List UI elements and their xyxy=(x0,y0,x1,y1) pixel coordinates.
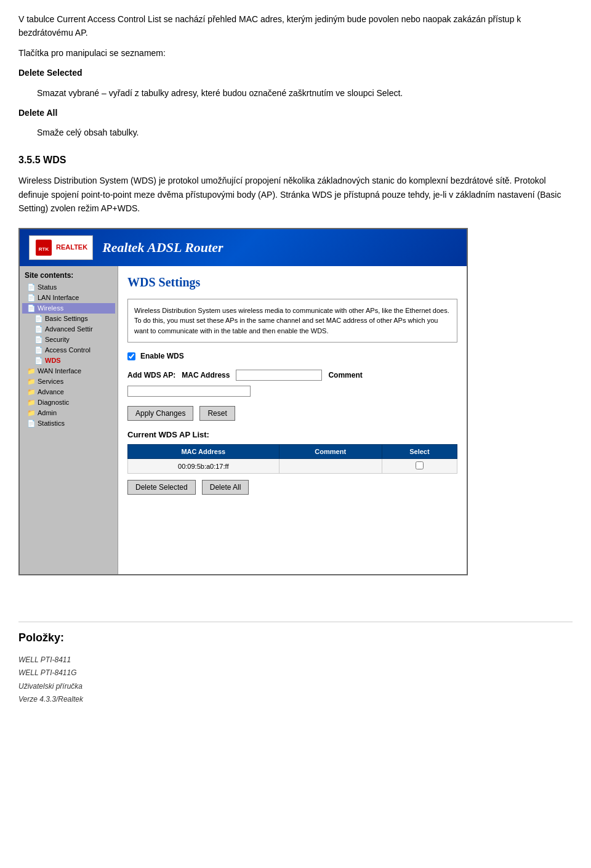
ap-row2 xyxy=(127,386,457,397)
table-header-comment: Comment xyxy=(279,445,382,459)
sidebar-item-basic[interactable]: 📄 Basic Settings xyxy=(22,314,115,324)
logo-text: REALTEK xyxy=(56,243,87,251)
comment-input[interactable] xyxy=(127,386,251,397)
description-box: Wireless Distribution System uses wirele… xyxy=(127,299,457,343)
delete-selected-label: Delete Selected xyxy=(18,66,573,79)
footer-link-2[interactable]: WELL PTI-8411G xyxy=(18,667,573,680)
sidebar-item-lan[interactable]: 📄 LAN Interface xyxy=(22,293,115,303)
row-select-checkbox[interactable] xyxy=(416,461,424,469)
footer-link-4[interactable]: Verze 4.3.3/Realtek xyxy=(18,693,573,707)
footer-links: WELL PTI-8411 WELL PTI-8411G Uživatelski… xyxy=(18,654,573,707)
enable-wds-row: Enable WDS xyxy=(127,352,457,360)
delete-all-button[interactable]: Delete All xyxy=(202,480,249,495)
admin-icon: 📁 xyxy=(27,409,36,417)
sidebar-item-access[interactable]: 📄 Access Control xyxy=(22,345,115,355)
table-cell-select[interactable] xyxy=(382,459,457,474)
sidebar-item-advanced[interactable]: 📄 Advanced Settir xyxy=(22,324,115,335)
diagnostic-icon: 📁 xyxy=(27,399,36,407)
sidebar-label-basic: Basic Settings xyxy=(45,315,88,322)
sidebar-label-wds: WDS xyxy=(45,357,61,364)
advanced-icon: 📄 xyxy=(34,325,43,333)
router-header: RTK REALTEK Realtek ADSL Router xyxy=(20,229,467,266)
add-ap-row: Add WDS AP: MAC Address Comment xyxy=(127,370,457,381)
sidebar-label-security: Security xyxy=(45,336,70,343)
wireless-icon: 📄 xyxy=(27,304,36,312)
sidebar-label-services: Services xyxy=(38,378,63,385)
sidebar-label-wan: WAN Interface xyxy=(38,367,81,375)
delete-all-desc: Smaže celý obsah tabulky. xyxy=(37,126,573,139)
sidebar-item-statistics[interactable]: 📄 Statistics xyxy=(22,418,115,429)
table-header-row: MAC Address Comment Select xyxy=(128,445,457,459)
sidebar-item-services[interactable]: 📁 Services xyxy=(22,376,115,387)
items-heading: Položky: xyxy=(18,631,573,644)
intro-para1: V tabulce Current Access Control List se… xyxy=(18,12,573,40)
sidebar-item-wireless[interactable]: 📄 Wireless xyxy=(22,303,115,314)
wan-icon: 📁 xyxy=(27,367,36,375)
intro-text: V tabulce Current Access Control List se… xyxy=(18,12,573,216)
sidebar-title: Site contents: xyxy=(22,271,115,280)
page-title: WDS Settings xyxy=(127,275,457,290)
table-header-select: Select xyxy=(382,445,457,459)
router-ui: RTK REALTEK Realtek ADSL Router Site con… xyxy=(18,228,468,575)
sidebar-item-wds[interactable]: 📄 WDS xyxy=(22,355,115,366)
sidebar-label-status: Status xyxy=(38,283,57,291)
below-content: Položky: WELL PTI-8411 WELL PTI-8411G Už… xyxy=(0,600,591,719)
wds-table: MAC Address Comment Select 00:09:5b:a0:1… xyxy=(127,444,457,474)
lan-icon: 📄 xyxy=(27,294,36,302)
footer-link-3[interactable]: Uživatelski příručka xyxy=(18,680,573,694)
sidebar-item-advance[interactable]: 📁 Advance xyxy=(22,387,115,397)
add-ap-label: Add WDS AP: xyxy=(127,371,175,379)
table-header-mac: MAC Address xyxy=(128,445,279,459)
advance-icon: 📁 xyxy=(27,388,36,396)
sidebar-label-advance: Advance xyxy=(38,388,64,395)
sidebar-label-advanced: Advanced Settir xyxy=(45,325,93,333)
svg-text:RTK: RTK xyxy=(39,246,49,252)
sidebar: Site contents: 📄 Status 📄 LAN Interface … xyxy=(20,266,118,574)
page-content: V tabulce Current Access Control List se… xyxy=(0,0,591,600)
enable-wds-label: Enable WDS xyxy=(140,352,184,360)
security-icon: 📄 xyxy=(34,336,43,344)
router-title: Realtek ADSL Router xyxy=(102,240,223,256)
apply-changes-button[interactable]: Apply Changes xyxy=(127,406,193,421)
reset-button[interactable]: Reset xyxy=(199,406,235,421)
sidebar-label-statistics: Statistics xyxy=(38,420,65,427)
main-content: WDS Settings Wireless Distribution Syste… xyxy=(118,266,467,574)
basic-icon: 📄 xyxy=(34,315,43,323)
delete-all-label: Delete All xyxy=(18,106,573,120)
sidebar-item-wan[interactable]: 📁 WAN Interface xyxy=(22,366,115,376)
router-logo: RTK REALTEK xyxy=(29,235,93,260)
sidebar-label-diagnostic: Diagnostic xyxy=(38,399,69,406)
delete-buttons: Delete Selected Delete All xyxy=(127,480,457,495)
sidebar-label-admin: Admin xyxy=(38,409,57,416)
intro-para2: Tlačítka pro manipulaci se seznamem: xyxy=(18,46,573,60)
wds-para1: Wireless Distribution System (WDS) je pr… xyxy=(18,174,573,215)
add-ap-section: Add WDS AP: MAC Address Comment xyxy=(127,370,457,397)
sidebar-label-lan: LAN Interface xyxy=(38,294,79,301)
sidebar-item-diagnostic[interactable]: 📁 Diagnostic xyxy=(22,397,115,408)
table-cell-comment xyxy=(279,459,382,474)
table-cell-mac: 00:09:5b:a0:17:ff xyxy=(128,459,279,474)
current-list-title: Current WDS AP List: xyxy=(127,430,457,439)
sidebar-item-status[interactable]: 📄 Status xyxy=(22,282,115,293)
sidebar-item-security[interactable]: 📄 Security xyxy=(22,335,115,345)
router-body: Site contents: 📄 Status 📄 LAN Interface … xyxy=(20,266,467,574)
description-text: Wireless Distribution System uses wirele… xyxy=(134,307,449,335)
mac-address-field-label: MAC Address xyxy=(182,371,230,379)
enable-wds-checkbox[interactable] xyxy=(127,352,135,360)
status-icon: 📄 xyxy=(27,283,36,291)
sidebar-label-wireless: Wireless xyxy=(38,304,63,312)
footer-link-1[interactable]: WELL PTI-8411 xyxy=(18,654,573,667)
delete-selected-desc: Smazat vybrané – vyřadí z tabulky adresy… xyxy=(37,86,573,100)
mac-address-input[interactable] xyxy=(236,370,322,381)
table-row: 00:09:5b:a0:17:ff xyxy=(128,459,457,474)
statistics-icon: 📄 xyxy=(27,420,36,428)
services-icon: 📁 xyxy=(27,378,36,386)
sidebar-label-access: Access Control xyxy=(45,346,90,354)
sidebar-item-admin[interactable]: 📁 Admin xyxy=(22,408,115,418)
delete-selected-button[interactable]: Delete Selected xyxy=(127,480,196,495)
section-num: 3.5.5 WDS xyxy=(18,152,573,168)
realtek-logo-icon: RTK xyxy=(34,238,53,257)
wds-icon: 📄 xyxy=(34,357,43,365)
divider xyxy=(18,622,573,622)
access-icon: 📄 xyxy=(34,346,43,354)
